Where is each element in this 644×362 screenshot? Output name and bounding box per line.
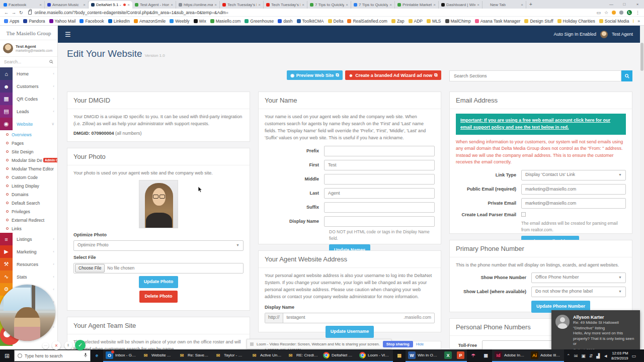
browser-tab[interactable]: 7 Tips to Quickly Maste: × (351, 1, 395, 9)
browser-menu-icon[interactable]: ⋮ (635, 10, 640, 15)
tray-icon[interactable]: ⇵ (589, 353, 593, 358)
page-scrollbar[interactable] (640, 26, 644, 349)
browser-tab[interactable]: New Tab × (482, 1, 526, 9)
url-text[interactable]: online.masiello.com/?body_content=edagen… (35, 10, 594, 15)
delete-photo-button[interactable]: Delete Photo (139, 291, 177, 303)
taskbar-item[interactable]: ✉ Re: Saved Se... (176, 349, 212, 362)
bookmark-item[interactable]: Yahoo Mail (49, 19, 76, 24)
sidebar-nav-item[interactable]: ▤ Leads ‹ (0, 105, 57, 118)
header-user-avatar[interactable] (600, 31, 608, 38)
taskbar-item[interactable]: W Win in One ... (406, 349, 442, 362)
browser-tab[interactable]: DeltaNet 5.1 - TMG × (89, 1, 132, 9)
taskbar-item[interactable]: DeltaNet 5.1... (320, 349, 357, 362)
loom-cancel-button[interactable]: × (52, 341, 61, 350)
bookmark-item[interactable]: Masiello.com (210, 19, 241, 24)
bookmark-item[interactable]: Zap (391, 19, 405, 24)
hide-link[interactable]: Hide (416, 342, 424, 346)
email-support-banner-link[interactable]: Important: If you are using a free web e… (456, 114, 626, 135)
tab-close-icon[interactable]: × (477, 3, 479, 7)
start-button[interactable]: ⊞ (0, 349, 14, 362)
optimize-photo-select[interactable]: Optimize Photo▼ (73, 240, 244, 251)
taskbar-item[interactable]: e (91, 349, 103, 362)
bookmark-item[interactable]: ToolkitCMA (297, 19, 324, 24)
browser-tab[interactable]: Facebook × (1, 1, 45, 9)
sidebar-nav-item[interactable]: ⚒ Resources ‹ (0, 258, 57, 270)
public-email-input[interactable] (521, 184, 626, 195)
loom-more-button[interactable]: ⋯ (42, 342, 49, 349)
header-user-name[interactable]: Test Agent (612, 32, 633, 37)
sidebar-nav-item[interactable]: ∿ Stats ‹ (0, 270, 57, 283)
name-field-input[interactable] (324, 146, 435, 156)
private-email-input[interactable] (521, 198, 626, 209)
bookmark-item[interactable]: Wix (194, 19, 206, 24)
bookmark-item[interactable]: Weebly (170, 19, 189, 24)
profile-avatar[interactable]: L (627, 10, 632, 15)
loom-pause-button[interactable]: Ⅱ (64, 341, 72, 349)
sidebar-subnav-item[interactable]: Privileges (0, 207, 57, 216)
bookmark-item[interactable]: Asana Task Manager (475, 19, 521, 24)
browser-tab[interactable]: Tech Tuesday's DeltaNe: × (220, 1, 264, 9)
maximize-button[interactable]: □ (618, 2, 631, 7)
taskbar-item[interactable]: ☂ (467, 349, 479, 362)
sidebar-subnav-item[interactable]: External Redirect (0, 216, 57, 224)
tray-icon[interactable]: ⌃ (567, 353, 571, 358)
link-type-select[interactable]: Display 'Contact Us' Link▼ (521, 170, 626, 180)
name-field-input[interactable] (324, 188, 435, 199)
tab-close-icon[interactable]: × (346, 3, 348, 7)
tab-close-icon[interactable]: × (214, 3, 217, 7)
taskbar-item[interactable]: X (442, 349, 454, 362)
bookmark-item[interactable]: dash (278, 19, 292, 24)
preview-website-button[interactable]: ◉ Preview Web Site ⧉ (287, 70, 343, 80)
microphone-icon[interactable] (84, 353, 87, 358)
sidebar-subnav-item[interactable]: Links (0, 224, 57, 233)
tray-icon[interactable]: ▟ (596, 353, 600, 358)
bookmark-star-icon[interactable]: ☆ (604, 10, 608, 15)
hamburger-menu-icon[interactable]: ☰ (65, 31, 71, 38)
bookmark-item[interactable]: Facebook (79, 19, 104, 24)
action-center-icon[interactable]: ▭ (631, 353, 636, 358)
taskbar-item[interactable]: ✉ RE: Credit A... (284, 349, 320, 362)
loom-finish-button[interactable]: ✓ (75, 340, 86, 350)
taskbar-item[interactable]: ▦ (479, 349, 492, 362)
show-label-select[interactable]: Do not show the phone label▼ (531, 287, 626, 297)
sidebar-nav-item[interactable]: ⌂ Home ‹ (0, 67, 57, 80)
sidebar-subnav-item[interactable]: Domains (0, 190, 57, 199)
name-field-input[interactable] (324, 202, 435, 213)
taskbar-item[interactable]: Id Adobe InDe... (492, 349, 528, 362)
taskbar-search[interactable]: Type here to search (14, 350, 91, 361)
tab-close-icon[interactable]: × (433, 3, 436, 7)
tab-close-icon[interactable]: × (258, 3, 261, 7)
tab-close-icon[interactable]: × (39, 3, 42, 7)
update-photo-button[interactable]: Update Photo (139, 276, 179, 288)
bookmark-item[interactable]: AmazonSmile (134, 19, 166, 24)
sidebar-search[interactable]: Search... (0, 56, 57, 67)
sidebar-subnav-item[interactable]: Listing Display (0, 182, 57, 190)
choose-file-button[interactable]: Choose File (75, 264, 105, 273)
sidebar-nav-item[interactable]: ▶ Marketing ‹ (0, 245, 57, 258)
taskbar-item[interactable]: P (454, 349, 467, 362)
taskbar-item[interactable]: Loom - Vide... (357, 349, 393, 362)
browser-tab[interactable]: https://online.masiello.c × (176, 1, 220, 9)
scrollbar-thumb[interactable] (640, 43, 643, 71)
tab-close-icon[interactable]: × (389, 3, 392, 7)
tray-icon[interactable]: ✉ (574, 353, 578, 358)
browser-tab[interactable]: Tech Tuesday's Live [D: × (264, 1, 307, 9)
bookmark-item[interactable]: MailChimp (445, 19, 471, 24)
browser-tab[interactable]: Amazon Music × (45, 1, 89, 9)
taskbar-clock[interactable]: 12:03 PM 8/29/2019 (611, 351, 628, 361)
loom-extension-icon[interactable] (612, 11, 616, 15)
tray-icon[interactable]: ◄ (603, 353, 608, 358)
ad-wizard-button[interactable]: ☻ Create a branded Ad Wizard ad now ⧉ (345, 70, 441, 80)
taskbar-item[interactable]: ✉ Taylor - Mes... (212, 349, 248, 362)
update-username-button[interactable]: Update Username (326, 326, 374, 338)
bookmark-item[interactable]: RealSatisfied.com (347, 19, 387, 24)
name-field-input[interactable] (324, 216, 435, 227)
sidebar-subnav-item[interactable]: Site Design (0, 147, 57, 156)
sidebar-subnav-item[interactable]: Default Search (0, 199, 57, 207)
name-field-input[interactable] (324, 174, 435, 185)
tab-close-icon[interactable]: × (171, 3, 173, 7)
search-sections-button[interactable] (621, 70, 632, 81)
sidebar-nav-item[interactable]: ◉ Website ∨ (0, 118, 57, 130)
new-tab-button[interactable]: + (526, 2, 535, 7)
tab-close-icon[interactable]: × (127, 3, 130, 7)
